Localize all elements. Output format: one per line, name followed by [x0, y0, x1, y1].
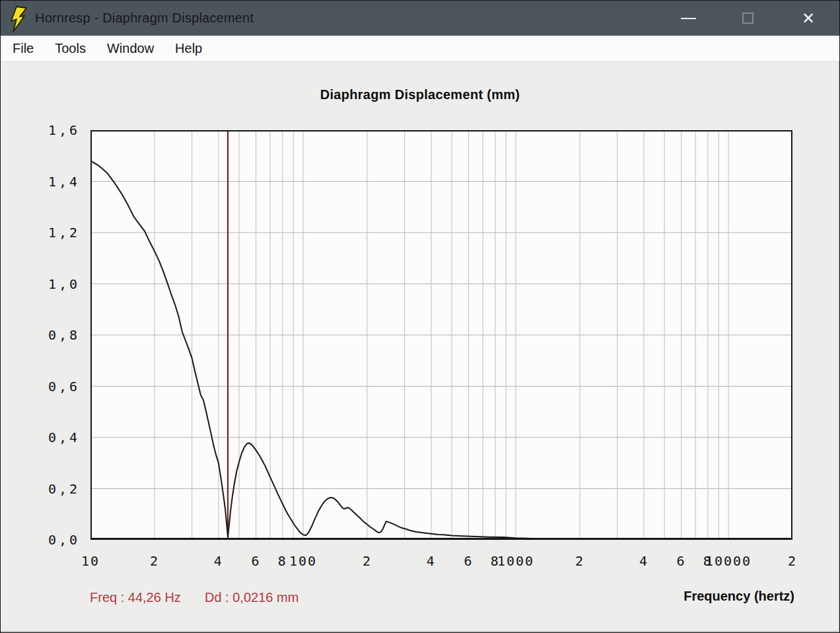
x-tick-label: 6: [677, 553, 686, 569]
x-tick-label: 2: [150, 553, 159, 569]
y-tick-label: 0,4: [35, 429, 80, 446]
close-button[interactable]: ✕: [793, 1, 823, 36]
x-tick-label: 2: [788, 553, 797, 569]
chart-title: Diaphragm Displacement (mm): [1, 87, 839, 102]
x-tick-label: 6: [252, 553, 261, 569]
x-tick-label: 4: [427, 553, 436, 569]
maximize-button[interactable]: [732, 1, 763, 36]
x-tick-label: 10000: [705, 553, 752, 569]
x-tick-label: 100: [289, 553, 317, 569]
y-tick-label: 0,8: [35, 326, 80, 344]
menu-window[interactable]: Window: [107, 41, 154, 56]
cursor-displacement-readout: Dd : 0,0216 mm: [205, 590, 298, 605]
hornresp-window: Hornresp - Diaphragm Displacement ✕ File…: [0, 0, 840, 633]
y-tick-label: 1,2: [35, 224, 80, 241]
x-tick-label: 4: [214, 553, 223, 569]
menu-tools[interactable]: Tools: [55, 41, 86, 56]
y-tick-label: 1,0: [35, 276, 80, 293]
window-titlebar: Hornresp - Diaphragm Displacement ✕: [1, 1, 839, 36]
minimize-icon: [681, 18, 696, 19]
maximize-icon: [742, 13, 753, 24]
y-tick-label: 0,0: [35, 531, 80, 548]
x-tick-label: 8: [278, 553, 287, 569]
displacement-plot[interactable]: [90, 130, 792, 540]
y-tick-label: 0,2: [35, 480, 80, 498]
x-tick-label: 2: [575, 553, 584, 569]
x-tick-label: 2: [363, 553, 372, 569]
x-axis-title: Frequency (hertz): [683, 589, 794, 604]
x-tick-label: 6: [464, 553, 473, 569]
y-tick-label: 1,6: [35, 122, 80, 139]
x-tick-label: 10: [81, 553, 100, 569]
close-icon: ✕: [802, 11, 815, 26]
y-tick-label: 0,6: [35, 378, 80, 395]
menu-help[interactable]: Help: [175, 41, 202, 56]
x-tick-label: 4: [639, 553, 648, 569]
y-tick-label: 1,4: [35, 173, 80, 190]
lightning-bolt-icon: [9, 6, 28, 32]
menu-bar: File Tools Window Help: [1, 36, 839, 61]
menu-file[interactable]: File: [13, 41, 34, 56]
cursor-frequency-readout: Freq : 44,26 Hz: [90, 590, 181, 605]
minimize-button[interactable]: [673, 1, 703, 36]
x-tick-label: 1000: [497, 553, 534, 569]
window-title: Hornresp - Diaphragm Displacement: [35, 11, 254, 26]
